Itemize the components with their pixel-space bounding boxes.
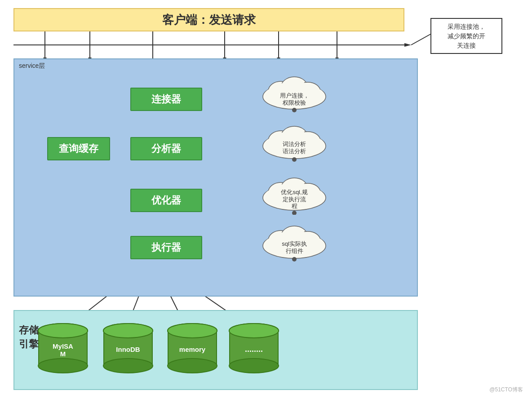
svg-point-54 bbox=[292, 108, 297, 112]
service-layer bbox=[13, 58, 418, 297]
cache-label: 查询缓存 bbox=[59, 142, 98, 155]
db-myisam: MyISA M bbox=[36, 323, 90, 374]
cache-box: 查询缓存 bbox=[47, 137, 110, 160]
connector-label: 连接器 bbox=[151, 93, 181, 106]
optimizer-box: 优化器 bbox=[130, 189, 202, 212]
svg-rect-100 bbox=[152, 331, 153, 366]
svg-text:优化sql,规: 优化sql,规 bbox=[281, 189, 307, 195]
svg-text:M: M bbox=[60, 350, 66, 358]
analyzer-label: 分析器 bbox=[151, 142, 181, 155]
svg-text:........: ........ bbox=[245, 345, 263, 354]
svg-rect-106 bbox=[168, 331, 168, 366]
analyzer-box: 分析器 bbox=[130, 137, 202, 160]
svg-text:memory: memory bbox=[179, 346, 206, 353]
service-layer-label: service层 bbox=[19, 62, 45, 70]
cloud-4: sql实际执 行组件 bbox=[256, 221, 332, 262]
connection-pool-label: 采用连接池，减少频繁的开关连接 bbox=[448, 22, 485, 50]
svg-text:权限校验: 权限校验 bbox=[282, 99, 306, 106]
executor-box: 执行器 bbox=[130, 236, 202, 259]
svg-point-94 bbox=[38, 324, 88, 338]
svg-point-115 bbox=[229, 359, 279, 373]
svg-point-65 bbox=[292, 157, 297, 162]
executor-label: 执行器 bbox=[151, 241, 181, 254]
svg-text:定执行流: 定执行流 bbox=[283, 196, 306, 203]
svg-point-93 bbox=[38, 359, 88, 373]
svg-line-43 bbox=[411, 34, 431, 45]
svg-rect-114 bbox=[278, 331, 279, 366]
svg-point-109 bbox=[168, 324, 217, 338]
svg-text:词法分析: 词法分析 bbox=[283, 141, 306, 147]
svg-rect-92 bbox=[87, 331, 88, 366]
svg-rect-113 bbox=[229, 331, 230, 366]
client-bar: 客户端：发送请求 bbox=[13, 8, 404, 31]
svg-text:sql实际执: sql实际执 bbox=[282, 240, 307, 247]
svg-text:语法分析: 语法分析 bbox=[283, 148, 306, 155]
db-innodb: InnoDB bbox=[101, 323, 155, 374]
svg-point-108 bbox=[168, 359, 217, 373]
svg-rect-107 bbox=[216, 331, 217, 366]
cloud-3: 优化sql,规 定执行流 程 bbox=[256, 170, 332, 215]
watermark: @51CTO博客 bbox=[489, 386, 523, 394]
svg-text:行组件: 行组件 bbox=[286, 248, 303, 254]
client-label: 客户端：发送请求 bbox=[162, 12, 256, 28]
db-others: ........ bbox=[227, 323, 281, 374]
svg-point-77 bbox=[292, 211, 297, 215]
svg-text:MyISA: MyISA bbox=[53, 342, 73, 350]
cloud-2: 词法分析 语法分析 bbox=[256, 119, 332, 162]
svg-point-102 bbox=[103, 324, 153, 338]
connection-pool-note: 采用连接池，减少频繁的开关连接 bbox=[430, 18, 502, 54]
svg-marker-1 bbox=[404, 43, 411, 47]
svg-text:InnoDB: InnoDB bbox=[116, 346, 140, 353]
svg-point-88 bbox=[292, 257, 297, 262]
db-memory: memory bbox=[165, 323, 219, 374]
svg-text:程: 程 bbox=[292, 203, 297, 209]
svg-rect-99 bbox=[103, 331, 104, 366]
svg-text:用户连接，: 用户连接， bbox=[280, 92, 309, 99]
cloud-1: 用户连接， 权限校验 bbox=[256, 70, 332, 112]
svg-point-116 bbox=[229, 324, 279, 338]
connector-box: 连接器 bbox=[130, 88, 202, 111]
diagram-container: 客户端：发送请求 采用连接池，减少频繁的开关连接 service层 存储引擎 连… bbox=[0, 0, 532, 399]
optimizer-label: 优化器 bbox=[151, 194, 181, 207]
svg-point-101 bbox=[103, 359, 153, 373]
svg-rect-91 bbox=[38, 331, 39, 366]
